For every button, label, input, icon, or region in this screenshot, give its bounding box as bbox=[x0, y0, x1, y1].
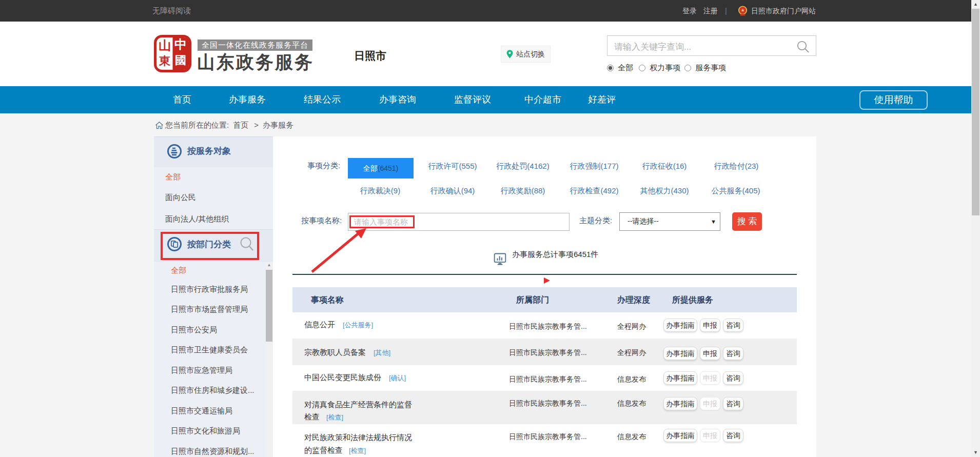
svg-text:山: 山 bbox=[159, 38, 171, 52]
svg-text:中: 中 bbox=[174, 37, 187, 51]
svg-text:★: ★ bbox=[740, 8, 744, 13]
svg-text:東: 東 bbox=[159, 54, 171, 67]
svg-text:國: 國 bbox=[175, 54, 186, 67]
